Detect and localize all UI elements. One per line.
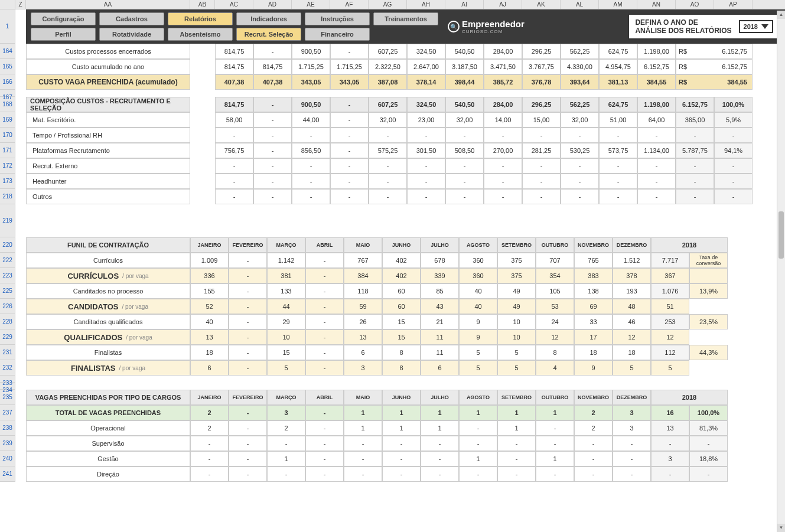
row-total[interactable]: 7.717 xyxy=(651,253,689,268)
table-cell[interactable]: 3 xyxy=(344,360,382,376)
table-cell[interactable]: 6.152,75 xyxy=(637,59,676,74)
table-cell[interactable]: - xyxy=(190,436,229,451)
table-cell[interactable]: 18 xyxy=(574,345,613,360)
table-cell[interactable]: 12 xyxy=(536,329,574,345)
month-header[interactable]: JUNHO xyxy=(382,237,421,253)
table-cell[interactable]: - xyxy=(229,253,267,268)
table-cell[interactable]: - xyxy=(305,299,344,314)
row-label-pervaga[interactable]: CANDIDATOS/ por vaga xyxy=(26,299,190,314)
table-cell[interactable]: - xyxy=(497,451,536,466)
row-total[interactable]: 112 xyxy=(651,345,689,360)
table-cell[interactable]: - xyxy=(484,158,522,174)
table-cell[interactable]: 384 xyxy=(344,268,382,283)
table-cell[interactable]: 540,50 xyxy=(445,97,484,112)
table-cell[interactable]: - xyxy=(253,112,292,128)
table-cell[interactable]: 1 xyxy=(536,405,574,420)
table-cell[interactable]: - xyxy=(637,158,676,174)
table-cell[interactable]: 23,00 xyxy=(407,112,445,128)
row-label[interactable]: Custos processos encerrados xyxy=(26,44,190,59)
table-cell[interactable]: 85 xyxy=(421,283,459,299)
table-cell[interactable]: - xyxy=(267,466,305,482)
row-total[interactable]: 12 xyxy=(651,329,689,345)
table-cell[interactable]: 2 xyxy=(267,420,305,436)
row-total[interactable]: 5.787,75 xyxy=(676,143,714,158)
row-total[interactable]: 384,55 xyxy=(690,74,753,90)
month-header[interactable]: SETEMBRO xyxy=(497,390,536,405)
table-cell[interactable]: 13 xyxy=(344,329,382,345)
table-cell[interactable]: - xyxy=(445,189,484,204)
table-cell[interactable]: 540,50 xyxy=(445,44,484,59)
year-dropdown[interactable]: 2018 xyxy=(739,20,773,33)
row-total[interactable]: 367 xyxy=(651,268,689,283)
table-cell[interactable]: 6 xyxy=(190,360,229,376)
table-cell[interactable]: 155 xyxy=(190,283,229,299)
row-total[interactable]: 1.076 xyxy=(651,283,689,299)
table-cell[interactable]: - xyxy=(369,174,407,189)
table-cell[interactable]: - xyxy=(536,420,574,436)
table-cell[interactable]: - xyxy=(229,345,267,360)
table-cell[interactable]: - xyxy=(253,128,292,143)
scroll-up-icon[interactable]: ▲ xyxy=(777,11,785,19)
row-label-pervaga[interactable]: QUALIFICADOS/ por vaga xyxy=(26,329,190,345)
table-cell[interactable]: 9 xyxy=(459,314,497,329)
table-cell[interactable]: 5 xyxy=(267,360,305,376)
table-cell[interactable]: 32,00 xyxy=(369,112,407,128)
table-cell[interactable]: - xyxy=(536,466,574,482)
table-cell[interactable]: 381 xyxy=(267,268,305,283)
table-cell[interactable]: - xyxy=(445,174,484,189)
table-cell[interactable]: - xyxy=(344,466,382,482)
table-cell[interactable]: - xyxy=(421,466,459,482)
table-cell[interactable]: - xyxy=(253,143,292,158)
row-label[interactable]: Custo acumulado no ano xyxy=(26,59,190,74)
table-cell[interactable]: - xyxy=(229,466,267,482)
table-cell[interactable]: 60 xyxy=(382,299,421,314)
table-cell[interactable]: - xyxy=(382,436,421,451)
row-label-pervaga[interactable]: FINALISTAS/ por vaga xyxy=(26,360,190,376)
table-cell[interactable]: - xyxy=(369,158,407,174)
table-cell[interactable]: 375 xyxy=(497,253,536,268)
table-cell[interactable]: - xyxy=(330,97,369,112)
table-cell[interactable]: 193 xyxy=(613,283,651,299)
row-label[interactable]: Canditados qualificados xyxy=(26,314,190,329)
table-cell[interactable]: - xyxy=(229,420,267,436)
table-cell[interactable]: - xyxy=(305,253,344,268)
table-cell[interactable]: - xyxy=(522,128,561,143)
table-cell[interactable]: 856,50 xyxy=(292,143,330,158)
table-cell[interactable]: - xyxy=(382,451,421,466)
row-label[interactable]: Supervisão xyxy=(26,436,190,451)
table-cell[interactable]: 43 xyxy=(421,299,459,314)
table-cell[interactable]: - xyxy=(190,451,229,466)
table-cell[interactable]: - xyxy=(522,158,561,174)
table-cell[interactable]: - xyxy=(190,466,229,482)
month-header[interactable]: JULHO xyxy=(421,390,459,405)
table-cell[interactable]: - xyxy=(253,44,292,59)
table-cell[interactable]: 48 xyxy=(613,299,651,314)
table-cell[interactable]: 2 xyxy=(574,420,613,436)
toolbar-btn-recrut-sele-o[interactable]: Recrut. Seleção xyxy=(236,28,301,41)
row-label[interactable]: Plataformas Recrutamento xyxy=(26,143,190,158)
table-cell[interactable]: - xyxy=(292,128,330,143)
table-cell[interactable]: - xyxy=(484,189,522,204)
table-cell[interactable]: 343,05 xyxy=(292,74,330,90)
table-cell[interactable]: 4 xyxy=(536,360,574,376)
table-cell[interactable]: 15 xyxy=(267,345,305,360)
month-header[interactable]: JUNHO xyxy=(382,390,421,405)
table-cell[interactable]: 3 xyxy=(613,420,651,436)
table-cell[interactable]: 1 xyxy=(344,405,382,420)
table-cell[interactable]: - xyxy=(522,174,561,189)
month-header[interactable]: DEZEMBRO xyxy=(613,237,651,253)
table-cell[interactable]: 4.330,00 xyxy=(561,59,599,74)
table-cell[interactable]: 105 xyxy=(536,283,574,299)
table-cell[interactable]: - xyxy=(421,436,459,451)
row-pct[interactable]: - xyxy=(714,128,753,143)
toolbar-btn-indicadores[interactable]: Indicadores xyxy=(236,12,301,25)
table-cell[interactable]: 378 xyxy=(613,268,651,283)
table-cell[interactable]: 814,75 xyxy=(253,59,292,74)
table-cell[interactable]: 24 xyxy=(536,314,574,329)
table-cell[interactable]: 44 xyxy=(267,299,305,314)
row-total[interactable]: 13 xyxy=(651,420,689,436)
row-pct[interactable]: 100,0% xyxy=(689,405,728,420)
table-cell[interactable]: - xyxy=(267,436,305,451)
table-cell[interactable]: - xyxy=(292,158,330,174)
table-cell[interactable]: 343,05 xyxy=(330,74,369,90)
